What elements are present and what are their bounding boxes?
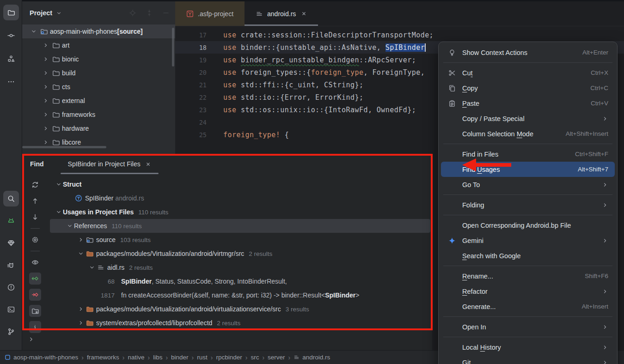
breadcrumb-item-rpcbinder[interactable]: rpcbinder (216, 354, 242, 361)
chevron-right-icon[interactable] (41, 125, 51, 132)
breadcrumb-item-native[interactable]: native (128, 354, 144, 361)
chevron-right-icon[interactable] (41, 70, 51, 76)
chevron-down-icon[interactable] (88, 264, 96, 271)
problems-tool-button[interactable] (3, 279, 19, 295)
menu-item-local-history[interactable]: Local History (441, 340, 615, 355)
breadcrumb-item-binder[interactable]: binder (171, 354, 189, 361)
find-result-row[interactable]: source103 results (50, 233, 430, 247)
chevron-right-icon[interactable] (77, 320, 85, 326)
close-icon[interactable] (145, 161, 151, 167)
project-tree-item-art[interactable]: art (22, 38, 175, 52)
editor-context-menu: Show Context ActionsAlt+EnterCutCtrl+XCo… (438, 42, 618, 364)
chevron-right-icon[interactable] (77, 237, 85, 243)
chevron-right-icon[interactable] (77, 306, 85, 312)
menu-item-open-corresponding-androidbp-file[interactable]: Open Corresponding Android.bp File (441, 218, 615, 233)
menu-item-copy-paste-special[interactable]: Copy / Paste Special (441, 111, 615, 126)
chevron-down-icon[interactable] (29, 28, 39, 35)
find-results-tree: StructSpIBinder android.rsUsages in Proj… (50, 177, 430, 330)
menu-item-rename[interactable]: Rename...Shift+F6 (441, 268, 615, 284)
breadcrumb-item-aosp-main-with-phones[interactable]: aosp-main-with-phones (5, 354, 78, 361)
project-tree-item-build[interactable]: build (22, 66, 175, 80)
menu-item-show-context-actions[interactable]: Show Context ActionsAlt+Enter (441, 45, 615, 60)
find-result-row[interactable]: system/extras/profcollectd/libprofcollec… (50, 316, 430, 330)
menu-item-gemini[interactable]: Gemini (441, 233, 615, 248)
find-result-row[interactable]: References110 results (50, 219, 430, 233)
breadcrumb-item-android-rs[interactable]: android.rs (294, 354, 330, 361)
commit-tool-button[interactable] (3, 28, 19, 43)
project-tree-item-frameworks[interactable]: frameworks (22, 108, 175, 121)
text-segment: Go To (462, 181, 480, 188)
search-settings-button[interactable] (29, 234, 41, 246)
find-result-row[interactable]: packages/modules/Virtualization/android/… (50, 247, 430, 261)
find-results-tab[interactable]: SpIBinder in Project Files (66, 154, 153, 174)
menu-item-label: Column Selection Mode (462, 130, 533, 138)
project-tree-item-external[interactable]: external (22, 94, 175, 108)
structure-tool-button[interactable] (3, 51, 19, 67)
chevron-down-icon[interactable] (77, 250, 85, 257)
find-result-row[interactable]: 1817fn createAccessorBinder(&self, name:… (50, 288, 430, 302)
next-occurrence-button[interactable] (29, 211, 41, 223)
chevron-right-icon[interactable] (41, 84, 51, 90)
project-vertical-scrollbar[interactable] (172, 28, 174, 67)
group-results-button[interactable] (29, 305, 41, 317)
code-line-17[interactable]: 17use crate::session::FileDescriptorTran… (175, 29, 624, 41)
app-quality-insights-tool-button[interactable] (3, 235, 19, 251)
ide-window: Project aosp-main-with-phones [source]ar… (0, 0, 624, 364)
find-result-row[interactable]: packages/modules/Virtualization/android/… (50, 302, 430, 316)
navigate-with-single-click-button[interactable] (29, 273, 41, 285)
project-tool-button[interactable] (3, 5, 19, 20)
rerun-search-button[interactable] (29, 179, 41, 191)
breadcrumb-item-src[interactable]: src (251, 354, 259, 361)
logcat-tool-button[interactable] (3, 213, 19, 229)
breadcrumb-item-frameworks[interactable]: frameworks (87, 354, 119, 361)
project-tree-item-aosp-main-with-phones[interactable]: aosp-main-with-phones [source] (22, 24, 175, 38)
editor-tab-android-rs[interactable]: android.rs (245, 1, 318, 26)
project-horizontal-scrollbar[interactable] (22, 146, 106, 148)
project-tree-item-hardware[interactable]: hardware (22, 121, 175, 135)
autoscroll-from-source-button[interactable] (29, 289, 41, 301)
menu-item-column-selection-mode[interactable]: Column Selection ModeAlt+Shift+Insert (441, 126, 615, 141)
find-result-row[interactable]: aidl.rs2 results (50, 261, 430, 274)
previous-occurrence-button[interactable] (29, 195, 41, 207)
chevron-right-icon[interactable] (41, 139, 51, 146)
find-result-row[interactable]: Struct (50, 177, 430, 191)
submenu-arrow-icon (602, 115, 608, 122)
editor-tab-asfp-project[interactable]: .asfp-project (175, 1, 245, 26)
breadcrumb-item-server[interactable]: server (268, 354, 285, 361)
search-tool-button[interactable] (3, 191, 19, 206)
preview-usages-button[interactable] (29, 256, 41, 268)
chevron-down-icon[interactable] (56, 10, 62, 16)
chevron-down-icon[interactable] (55, 209, 63, 215)
breadcrumb-item-rust[interactable]: rust (197, 354, 208, 361)
version-control-tool-button[interactable] (3, 324, 19, 340)
chevron-down-icon[interactable] (66, 223, 74, 229)
terminal-tool-button[interactable] (3, 302, 19, 317)
menu-item-folding[interactable]: Folding (441, 197, 615, 212)
find-result-row[interactable]: 68SpIBinder, Status, StatusCode, Strong,… (50, 274, 430, 288)
chevron-right-icon[interactable] (41, 111, 51, 118)
show-usage-info-button[interactable] (29, 321, 41, 333)
close-icon[interactable] (301, 11, 307, 17)
project-tree-item-cts[interactable]: cts (22, 80, 175, 94)
chevron-down-icon[interactable] (55, 181, 63, 188)
find-result-row[interactable]: SpIBinder android.rs (50, 191, 430, 205)
menu-item-search-with-google[interactable]: Search with Google (441, 248, 615, 263)
menu-item-paste[interactable]: PasteCtrl+V (441, 96, 615, 111)
menu-shortcut: Shift+F6 (585, 273, 608, 279)
menu-item-generate[interactable]: Generate...Alt+Insert (441, 299, 615, 314)
chevron-right-icon[interactable] (41, 97, 51, 104)
breadcrumb-item-libs[interactable]: libs (153, 354, 162, 361)
menu-item-go-to[interactable]: Go To (441, 177, 615, 192)
menu-item-copy[interactable]: CopyCtrl+C (441, 80, 615, 96)
menu-item-cut[interactable]: CutCtrl+X (441, 65, 615, 80)
find-result-row[interactable]: Usages in Project Files110 results (50, 205, 430, 219)
menu-item-git[interactable]: Git (441, 355, 615, 364)
menu-item-open-in[interactable]: Open In (441, 319, 615, 334)
chevron-right-icon[interactable] (41, 56, 51, 62)
collapsed-node-chevron-icon[interactable] (28, 336, 35, 343)
chevron-right-icon[interactable] (41, 42, 51, 49)
menu-item-refactor[interactable]: Refactor (441, 284, 615, 299)
running-devices-tool-button[interactable] (3, 257, 19, 273)
more-tools-button[interactable] (3, 74, 19, 90)
project-tree-item-bionic[interactable]: bionic (22, 52, 175, 66)
